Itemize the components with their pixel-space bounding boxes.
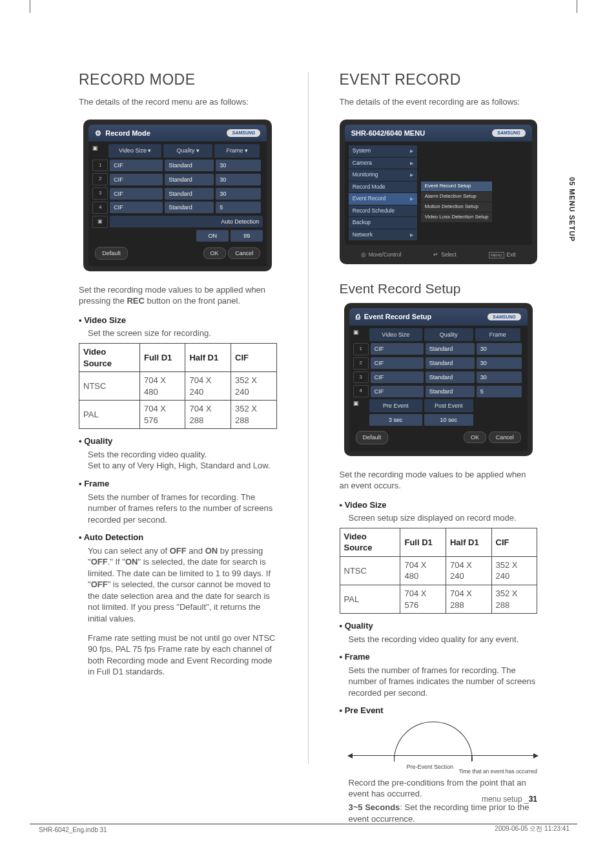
cell-quality[interactable]: Standard (165, 202, 214, 213)
cell-frame[interactable]: 30 (477, 357, 522, 369)
th: Video Source (340, 528, 400, 556)
cell-quality[interactable]: Standard (165, 160, 214, 171)
subheading-event-record-setup: Event Record Setup (340, 280, 538, 298)
cell-size[interactable]: CIF (371, 343, 424, 355)
bullet-head: Frame (340, 651, 538, 663)
label-event-time: Time that an event has occurred (458, 768, 537, 775)
channel-badge: 2 (353, 357, 369, 370)
panel-col-headers: ▣ Video Size ▾ Quality ▾ Frame ▾ (92, 144, 263, 157)
chevron-right-icon: ▶ (410, 196, 413, 202)
cell-size[interactable]: CIF (371, 357, 424, 369)
channel-badge: 2 (92, 173, 108, 185)
panel-row: 2 CIF Standard 30 (92, 173, 263, 185)
footer-right: 2009-06-05 오전 11:23:41 (495, 824, 570, 833)
chapter-tab: 05 MENU SETUP (568, 177, 576, 242)
cell-quality[interactable]: Standard (165, 174, 214, 185)
ok-button[interactable]: OK (464, 432, 486, 443)
bullet-head: Quality (79, 435, 277, 447)
cell-size[interactable]: CIF (110, 174, 163, 185)
menu-item-backup[interactable]: Backup (349, 217, 417, 228)
submenu-motion-detection[interactable]: Motion Detection Setup (421, 202, 493, 212)
col-quality[interactable]: Quality ▾ (163, 144, 212, 157)
cell-quality[interactable]: Standard (426, 343, 475, 355)
cell-quality[interactable]: Standard (426, 371, 475, 383)
panel-row: 3 CIF Standard 30 (353, 371, 524, 384)
menu-panel: SHR-6042/6040 MENU SAMSUNG System▶ Camer… (340, 120, 537, 264)
panel-body: ▣ Video Size ▾ Quality ▾ Frame ▾ 1 CIF S… (88, 141, 267, 266)
cell-frame[interactable]: 30 (477, 343, 522, 355)
default-button[interactable]: Default (95, 247, 128, 260)
tick-mark (394, 755, 395, 762)
cell-frame[interactable]: 30 (216, 160, 261, 171)
th: CIF (231, 344, 276, 372)
camera-icon: ▣ (353, 399, 367, 412)
bullet-head: Pre Event (340, 705, 538, 716)
cell-size[interactable]: CIF (110, 202, 163, 213)
col-post-event: Post Event (424, 399, 473, 412)
menu-item-camera[interactable]: Camera▶ (349, 158, 417, 169)
submenu-event-record-setup[interactable]: Event Record Setup (421, 182, 493, 191)
camera-icon: ▣ (92, 216, 108, 228)
menu-item-record-mode[interactable]: Record Mode (349, 182, 417, 193)
bullet-body: Set the screen size for recording. (88, 328, 277, 339)
cell-quality[interactable]: Standard (165, 188, 214, 200)
channel-badge: 3 (92, 187, 108, 200)
cell-quality[interactable]: Standard (426, 357, 475, 369)
cancel-button[interactable]: Cancel (228, 247, 260, 259)
th: Half D1 (446, 528, 491, 556)
bullet-head: Frame (79, 478, 277, 490)
bullet-body: Sets the number of frames for recording.… (349, 665, 538, 699)
cell-size[interactable]: CIF (110, 188, 163, 200)
panel-row: 2 CIF Standard 30 (353, 357, 524, 370)
submenu-video-loss-detection[interactable]: Video Loss Detection Setup (421, 213, 493, 222)
cell-frame[interactable]: 30 (216, 188, 261, 200)
cell-frame[interactable]: 30 (216, 174, 261, 185)
timeline-arrow (349, 755, 538, 756)
footer-left: SHR-6042_Eng.indb 31 (39, 826, 107, 833)
intro-text: The details of the record menu are as fo… (79, 96, 277, 108)
cell-frame[interactable]: 5 (477, 386, 522, 397)
post-event-value[interactable]: 10 sec (424, 414, 473, 426)
bullet-head: Quality (340, 620, 538, 632)
auto-on-toggle[interactable]: ON (196, 230, 229, 242)
td: NTSC (340, 556, 400, 585)
col-video-size[interactable]: Video Size ▾ (108, 144, 161, 157)
ok-button[interactable]: OK (203, 247, 226, 259)
gear-icon: ⚙ (95, 129, 101, 138)
bullet-head: Auto Detection (79, 532, 277, 543)
td: 704 X 576 (139, 401, 185, 429)
col-frame[interactable]: Frame ▾ (214, 144, 260, 157)
cancel-button[interactable]: Cancel (489, 432, 521, 443)
column-divider (308, 72, 309, 764)
cell-size[interactable]: CIF (371, 371, 424, 383)
td: 704 X 576 (400, 585, 446, 613)
submenu-alarm-detection[interactable]: Alarm Detection Setup (421, 192, 493, 202)
bullet-body: Frame rate setting must be not until go … (88, 632, 277, 678)
menu-item-record-schedule[interactable]: Record Schedule (349, 205, 417, 216)
cell-size[interactable]: CIF (110, 160, 163, 171)
menu-item-system[interactable]: System▶ (349, 145, 417, 156)
default-button[interactable]: Default (356, 431, 389, 444)
cell-frame[interactable]: 5 (216, 202, 261, 213)
col-frame: Frame (475, 328, 520, 341)
menu-item-monitoring[interactable]: Monitoring▶ (349, 169, 417, 180)
bullet-body: 3~5 Seconds: Set the recording time prio… (349, 802, 538, 824)
bullet-list: Video Size Screen setup size displayed o… (340, 499, 538, 824)
cell-size[interactable]: CIF (371, 386, 424, 397)
pre-event-value[interactable]: 3 sec (369, 414, 422, 426)
td: 704 X 288 (185, 401, 231, 429)
menu-item-event-record[interactable]: Event Record▶ (349, 193, 417, 204)
crop-mark (577, 0, 577, 13)
menu-item-network[interactable]: Network▶ (349, 229, 417, 240)
cell-frame[interactable]: 30 (477, 371, 522, 383)
td: 352 X 288 (231, 401, 276, 429)
cell-quality[interactable]: Standard (426, 386, 475, 397)
channel-badge: 1 (353, 343, 369, 355)
auto-days-value[interactable]: 99 (231, 230, 263, 242)
menu-body: System▶ Camera▶ Monitoring▶ Record Mode … (345, 141, 532, 245)
channel-badge: 4 (92, 202, 108, 214)
panel-row: 3 CIF Standard 30 (92, 187, 263, 200)
channel-badge: 4 (353, 385, 369, 397)
page-number: menu setup _31 (482, 795, 537, 804)
heading-record-mode: RECORD MODE (79, 70, 277, 90)
